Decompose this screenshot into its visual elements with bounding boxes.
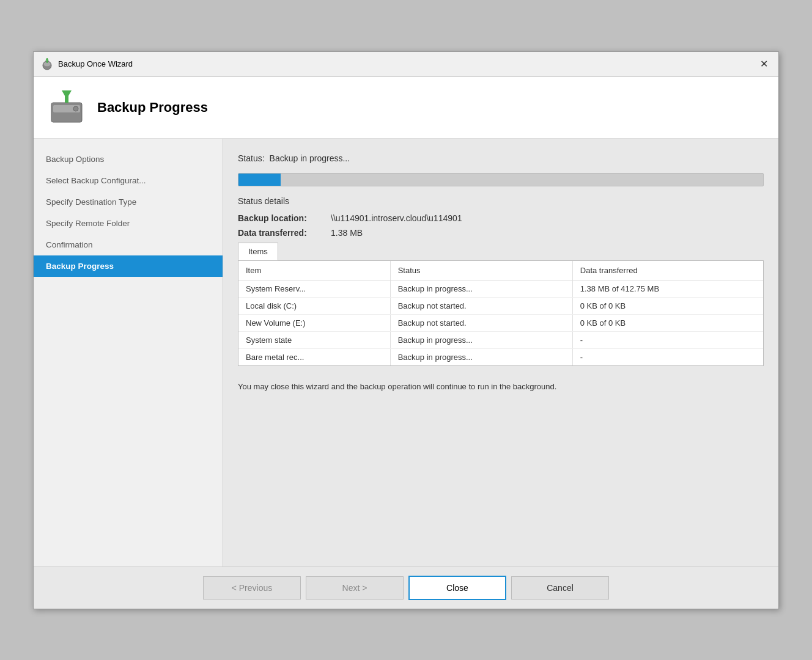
- footer: < Previous Next > Close Cancel: [34, 566, 778, 609]
- cell-item: Bare metal rec...: [238, 348, 390, 365]
- cell-data: 1.38 MB of 412.75 MB: [572, 280, 763, 297]
- cell-data: -: [572, 348, 763, 365]
- items-table-wrapper: Item Status Data transferred System Rese…: [238, 260, 764, 366]
- data-transferred-label: Data transferred:: [238, 228, 323, 238]
- window-close-button[interactable]: ✕: [756, 57, 771, 72]
- title-bar-left: Backup Once Wizard: [41, 58, 133, 70]
- cell-item: System state: [238, 331, 390, 348]
- cell-data: 0 KB of 0 KB: [572, 297, 763, 314]
- cell-status: Backup in progress...: [390, 280, 572, 297]
- svg-point-6: [73, 106, 78, 111]
- items-table: Item Status Data transferred System Rese…: [238, 261, 763, 365]
- col-header-item: Item: [238, 261, 390, 280]
- status-details-box: Status details Backup location: \\u11490…: [238, 196, 764, 366]
- col-header-data: Data transferred: [572, 261, 763, 280]
- cell-item: System Reserv...: [238, 280, 390, 297]
- next-button[interactable]: Next >: [306, 576, 404, 600]
- title-bar: Backup Once Wizard ✕: [34, 52, 778, 77]
- backup-location-value: \\u114901.introserv.cloud\u114901: [331, 213, 462, 223]
- sidebar-item-specify-remote-folder[interactable]: Specify Remote Folder: [34, 213, 223, 234]
- sidebar: Backup Options Select Backup Configurat.…: [34, 139, 223, 566]
- app-icon: [41, 58, 53, 70]
- sidebar-item-backup-options[interactable]: Backup Options: [34, 148, 223, 170]
- cell-status: Backup not started.: [390, 314, 572, 331]
- sidebar-item-specify-destination-type[interactable]: Specify Destination Type: [34, 191, 223, 213]
- table-row: Local disk (C:)Backup not started.0 KB o…: [238, 297, 763, 314]
- table-row: Bare metal rec...Backup in progress...-: [238, 348, 763, 365]
- status-label: Status:: [238, 153, 265, 163]
- table-row: New Volume (E:)Backup not started.0 KB o…: [238, 314, 763, 331]
- col-header-status: Status: [390, 261, 572, 280]
- table-row: System stateBackup in progress...-: [238, 331, 763, 348]
- previous-button[interactable]: < Previous: [203, 576, 301, 600]
- svg-rect-8: [65, 94, 68, 103]
- tabs-container: Items Item Status Data transferred: [238, 243, 764, 366]
- cancel-button[interactable]: Cancel: [511, 576, 609, 600]
- sidebar-item-select-backup-config[interactable]: Select Backup Configurat...: [34, 170, 223, 191]
- cell-item: New Volume (E:): [238, 314, 390, 331]
- close-button[interactable]: Close: [408, 576, 506, 600]
- info-text: You may close this wizard and the backup…: [238, 381, 764, 393]
- cell-item: Local disk (C:): [238, 297, 390, 314]
- backup-location-label: Backup location:: [238, 213, 323, 223]
- backup-location-row: Backup location: \\u114901.introserv.clo…: [238, 213, 764, 223]
- status-details-title: Status details: [238, 196, 764, 206]
- main-window: Backup Once Wizard ✕ Backup Progress Bac…: [33, 51, 779, 609]
- cell-data: 0 KB of 0 KB: [572, 314, 763, 331]
- backup-header-icon: [48, 89, 85, 126]
- cell-status: Backup in progress...: [390, 331, 572, 348]
- table-row: System Reserv...Backup in progress...1.3…: [238, 280, 763, 297]
- data-transferred-value: 1.38 MB: [331, 228, 363, 238]
- window-title: Backup Once Wizard: [58, 59, 133, 68]
- tabs-header: Items: [238, 243, 764, 260]
- main-content: Status: Backup in progress... Status det…: [223, 139, 778, 566]
- sidebar-item-confirmation[interactable]: Confirmation: [34, 234, 223, 255]
- data-transferred-row: Data transferred: 1.38 MB: [238, 228, 764, 238]
- status-row: Status: Backup in progress...: [238, 153, 764, 163]
- progress-bar-fill: [238, 174, 281, 186]
- header: Backup Progress: [34, 77, 778, 139]
- cell-status: Backup not started.: [390, 297, 572, 314]
- status-value: Backup in progress...: [270, 153, 350, 163]
- tab-items[interactable]: Items: [238, 243, 278, 260]
- progress-bar-container: [238, 173, 764, 186]
- page-title: Backup Progress: [97, 100, 208, 116]
- cell-data: -: [572, 331, 763, 348]
- body: Backup Options Select Backup Configurat.…: [34, 139, 778, 566]
- sidebar-item-backup-progress[interactable]: Backup Progress: [34, 255, 223, 277]
- cell-status: Backup in progress...: [390, 348, 572, 365]
